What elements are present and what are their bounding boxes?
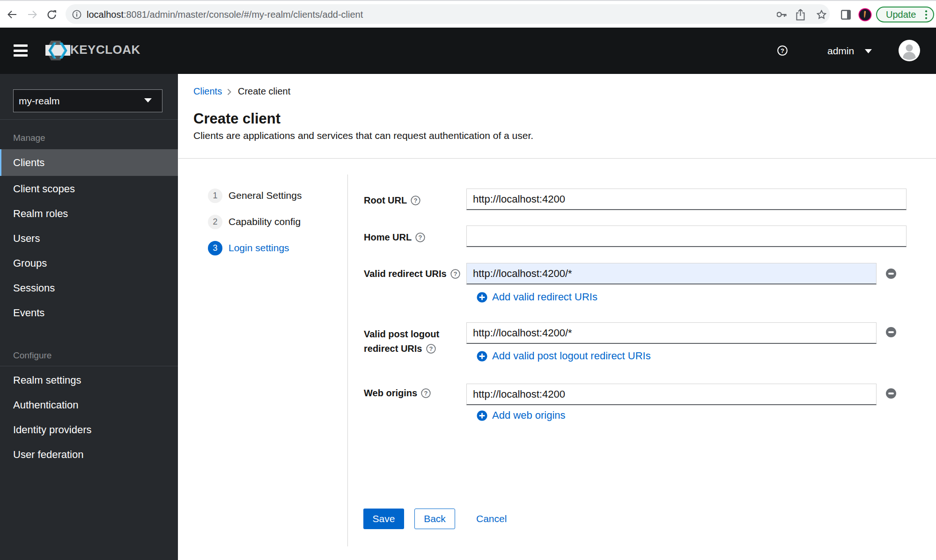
svg-text:?: ? [414, 197, 418, 204]
svg-text:?: ? [424, 390, 428, 397]
svg-text:?: ? [781, 47, 784, 54]
svg-text:?: ? [453, 270, 457, 277]
svg-text:?: ? [429, 345, 433, 352]
svg-text:?: ? [419, 234, 422, 241]
